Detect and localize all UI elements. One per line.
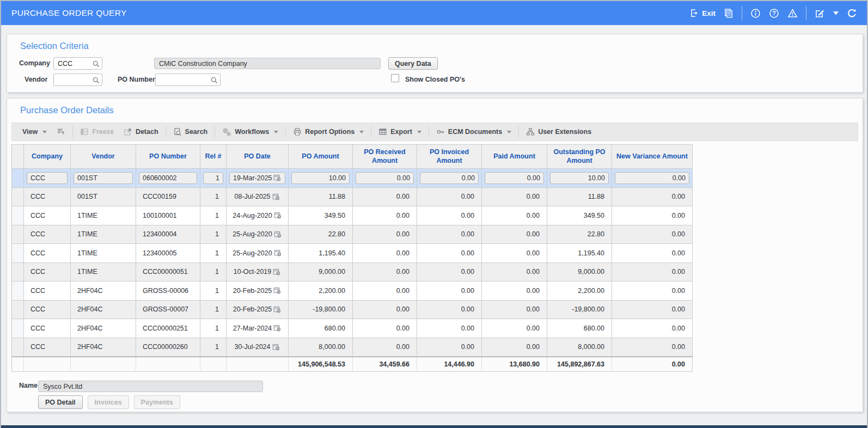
table-row[interactable]: CCC2HF04CCCC00000260130-Jul-20248,000.00… [12,338,692,357]
column-header-10[interactable]: Outstanding PO Amount [547,145,612,169]
workflows-menu[interactable]: Workflows [217,123,283,140]
cell-po_received: 0.00 [353,338,417,357]
qbe-button[interactable] [52,123,70,140]
column-header-8[interactable]: PO Invoiced Amount [417,145,482,169]
cell-outstanding-input[interactable]: 10.00 [550,172,609,184]
edit-button[interactable] [815,8,825,19]
column-header-1[interactable]: Company [24,145,71,169]
total-paid: 13,680.90 [482,357,547,372]
cell-variance-input[interactable]: 0.00 [615,172,689,184]
show-closed-checkbox[interactable] [391,74,399,82]
po-detail-button[interactable]: PO Detail [38,395,83,409]
search-button[interactable]: Search [168,123,213,140]
vendor-search-icon[interactable] [92,76,100,84]
table-row[interactable]: CCC001STCCC00159108-Jul-202511.880.000.0… [12,188,692,207]
detach-button[interactable]: Detach [119,123,163,140]
row-selector-cell[interactable] [12,319,24,338]
info-button[interactable] [750,8,761,19]
view-menu[interactable]: View [17,123,52,140]
date-picker-icon[interactable] [273,324,282,332]
cell-company-input[interactable]: CCC [27,172,68,184]
cell-po_invoiced-input[interactable]: 0.00 [420,172,479,184]
cell-company-value: CCC [30,268,45,276]
cell-vendor: 2HF04C [71,319,136,338]
column-header-3[interactable]: PO Number [136,145,200,169]
cell-rel: 1 [200,206,227,225]
date-picker-icon[interactable] [273,305,282,314]
table-row[interactable]: CCC001ST060600002119-Mar-202510.000.000.… [12,169,692,188]
ecm-documents-menu[interactable]: ECM Documents [431,123,516,140]
column-header-4[interactable]: Rel # [200,145,227,169]
column-header-2[interactable]: Vendor [71,145,136,169]
toolbar-separator [285,126,286,138]
cell-po_received: 0.00 [353,263,417,282]
date-picker-icon[interactable] [272,193,280,201]
report-options-menu[interactable]: Report Options [288,123,369,140]
date-picker-icon[interactable] [274,249,282,257]
cell-variance-value: 0.00 [672,230,685,238]
show-closed-label: Show Closed PO's [405,76,465,83]
row-selector-cell[interactable] [12,263,24,282]
row-selector-cell[interactable] [12,206,24,225]
query-data-button[interactable]: Query Data [388,57,438,70]
column-header-9[interactable]: Paid Amount [482,145,547,169]
row-selector-cell[interactable] [12,188,24,207]
date-picker-icon[interactable] [273,286,282,295]
warning-button[interactable] [787,8,798,19]
cell-paid-value: 0.00 [527,212,540,219]
row-selector-cell[interactable] [12,282,24,301]
cell-rel-value: 1 [215,268,219,276]
date-picker-icon[interactable] [274,211,282,219]
row-selector-cell[interactable] [12,301,24,320]
help-button[interactable]: ? [769,8,779,19]
cell-po_amount-input[interactable]: 10.00 [291,172,350,184]
cell-company: CCC [24,225,71,244]
refresh-button[interactable] [847,8,857,19]
cell-po_number-value: GROSS-00006 [143,287,188,295]
cell-rel-input[interactable]: 1 [203,172,223,184]
column-header-6[interactable]: PO Amount [289,145,353,169]
payments-button: Payments [134,395,180,409]
date-picker-icon[interactable] [273,268,281,276]
row-selector-cell[interactable] [12,169,24,188]
column-header-5[interactable]: PO Date [227,145,289,169]
cell-vendor-input[interactable]: 001ST [74,172,133,184]
table-row[interactable]: CCC1TIMECCC00000051110-Oct-20199,000.000… [12,263,692,282]
cell-po_amount: 349.50 [289,206,353,225]
table-row[interactable]: CCC2HF04CGROSS-00006120-Feb-20252,200.00… [12,282,692,301]
company-lov [53,57,102,70]
cell-po_date-value: 20-Feb-2025 [233,287,272,295]
date-picker-icon[interactable] [274,230,282,239]
date-picker-icon[interactable] [273,174,282,182]
cell-company: CCC [24,263,71,282]
user-extensions-button[interactable]: User Extensions [521,123,596,140]
cell-po_received-input[interactable]: 0.00 [356,172,414,184]
po-number-search-icon[interactable] [210,76,218,84]
column-header-11[interactable]: New Variance Amount [612,145,693,169]
cell-po_date-input[interactable]: 19-Mar-2025 [229,172,285,184]
row-selector-cell[interactable] [12,225,24,244]
cell-po_amount: -19,800.00 [289,301,353,320]
table-row[interactable]: CCC1TIME100100001124-Aug-2020349.500.000… [12,206,692,225]
company-search-icon[interactable] [92,60,100,68]
table-row[interactable]: CCC1TIME123400004125-Aug-202022.800.000.… [12,225,692,244]
cell-po_amount: 9,000.00 [289,263,353,282]
date-picker-icon[interactable] [272,343,280,351]
row-selector-cell[interactable] [12,338,24,357]
table-row[interactable]: CCC1TIME123400005125-Aug-20201,195.400.0… [12,244,692,263]
edit-dropdown-button[interactable] [833,11,839,15]
cell-rel-value: 1 [215,343,219,351]
export-menu[interactable]: Export [374,123,426,140]
column-header-7[interactable]: PO Received Amount [353,145,417,169]
cell-rel: 1 [200,338,227,357]
cell-paid-value: 0.00 [527,268,540,276]
cell-variance-value: 0.00 [672,212,685,219]
cell-paid-value: 0.00 [527,287,540,295]
table-row[interactable]: CCC2HF04CGROSS-00007120-Feb-2025-19,800.… [12,301,692,320]
table-row[interactable]: CCC2HF04CCCC00000251127-Mar-2024680.000.… [12,319,692,338]
cell-po_number-input[interactable]: 060600002 [139,172,197,184]
row-selector-cell[interactable] [12,244,24,263]
pages-button[interactable] [724,8,733,18]
exit-button[interactable]: Exit [689,8,716,18]
cell-paid-input[interactable]: 0.00 [485,172,544,184]
